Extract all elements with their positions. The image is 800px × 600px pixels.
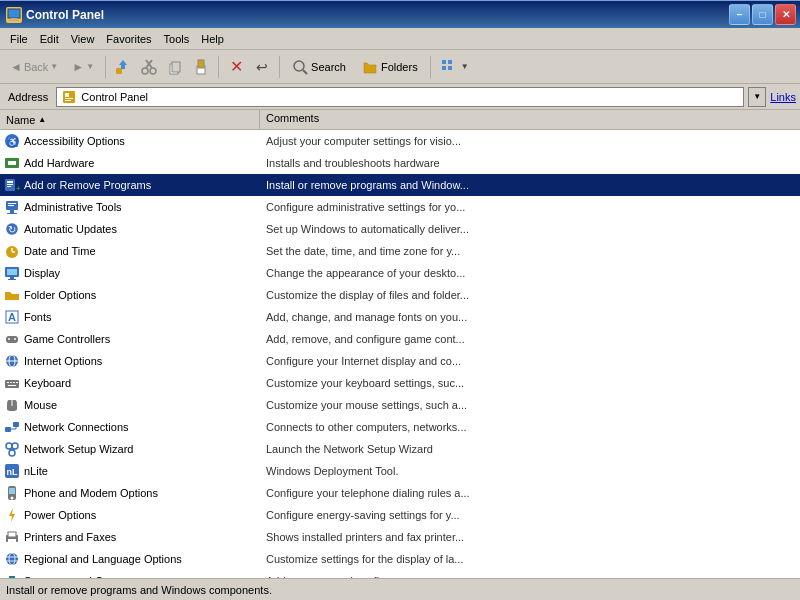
- address-label: Address: [4, 91, 52, 103]
- list-item[interactable]: Network Setup WizardLaunch the Network S…: [0, 438, 800, 460]
- close-button[interactable]: ✕: [775, 4, 796, 25]
- status-text: Install or remove programs and Windows c…: [6, 584, 272, 596]
- copy-button[interactable]: [163, 55, 187, 79]
- svg-line-71: [12, 449, 15, 450]
- list-item[interactable]: +Add or Remove ProgramsInstall or remove…: [0, 174, 800, 196]
- search-button[interactable]: Search: [285, 55, 353, 79]
- undo-button[interactable]: ↩: [250, 55, 274, 79]
- menu-item-view[interactable]: View: [65, 31, 101, 47]
- svg-rect-30: [7, 181, 13, 183]
- svg-rect-31: [7, 184, 13, 185]
- list-item[interactable]: ♿Accessibility OptionsAdjust your comput…: [0, 130, 800, 152]
- list-item[interactable]: ↻Automatic UpdatesSet up Windows to auto…: [0, 218, 800, 240]
- item-icon: ↻: [4, 221, 20, 237]
- item-comment: Adjust your computer settings for visio.…: [260, 133, 800, 149]
- svg-rect-28: [8, 161, 16, 165]
- item-name: nLite: [24, 465, 48, 477]
- list-item[interactable]: KeyboardCustomize your keyboard settings…: [0, 372, 800, 394]
- svg-rect-22: [65, 93, 69, 97]
- links-button[interactable]: Links: [770, 91, 796, 103]
- item-comment: Configure administrative settings for yo…: [260, 199, 800, 215]
- svg-point-15: [294, 61, 304, 71]
- item-icon: [4, 287, 20, 303]
- list-item[interactable]: AFontsAdd, change, and manage fonts on y…: [0, 306, 800, 328]
- list-item[interactable]: Date and TimeSet the date, time, and tim…: [0, 240, 800, 262]
- svg-point-52: [14, 338, 16, 340]
- svg-text:+: +: [16, 184, 20, 193]
- item-icon: [4, 441, 20, 457]
- list-item[interactable]: Network ConnectionsConnects to other com…: [0, 416, 800, 438]
- back-button[interactable]: ◄ Back ▼: [4, 56, 64, 78]
- svg-text:nL: nL: [7, 467, 18, 477]
- delete-button[interactable]: ✕: [224, 55, 248, 79]
- cut-button[interactable]: [137, 55, 161, 79]
- list-item[interactable]: DisplayChange the appearance of your des…: [0, 262, 800, 284]
- maximize-button[interactable]: □: [752, 4, 773, 25]
- toolbar-separator-4: [430, 56, 431, 78]
- item-icon: [4, 243, 20, 259]
- svg-point-9: [142, 68, 148, 74]
- list-item[interactable]: Power OptionsConfigure energy-saving set…: [0, 504, 800, 526]
- list-item[interactable]: Internet OptionsConfigure your Internet …: [0, 350, 800, 372]
- menu-bar: FileEditViewFavoritesToolsHelp: [0, 28, 800, 50]
- list-item[interactable]: Scanners and CamerasAdd, remove, and con…: [0, 570, 800, 578]
- window-controls: – □ ✕: [729, 4, 796, 25]
- svg-rect-56: [5, 380, 19, 388]
- svg-point-81: [6, 553, 18, 565]
- item-comment: Add, remove, and configure game cont...: [260, 331, 800, 347]
- item-icon: [4, 199, 20, 215]
- status-bar: Install or remove programs and Windows c…: [0, 578, 800, 600]
- list-item[interactable]: Game ControllersAdd, remove, and configu…: [0, 328, 800, 350]
- svg-rect-57: [7, 382, 9, 383]
- list-item[interactable]: Phone and Modem OptionsConfigure your te…: [0, 482, 800, 504]
- menu-item-tools[interactable]: Tools: [158, 31, 196, 47]
- comments-column-header[interactable]: Comments: [260, 110, 800, 129]
- svg-point-10: [150, 68, 156, 74]
- toolbar-separator-2: [218, 56, 219, 78]
- up-button[interactable]: [111, 55, 135, 79]
- svg-rect-38: [7, 213, 17, 214]
- menu-item-edit[interactable]: Edit: [34, 31, 65, 47]
- svg-rect-35: [8, 203, 16, 204]
- svg-rect-19: [448, 60, 452, 64]
- address-value: Control Panel: [81, 91, 148, 103]
- svg-rect-32: [7, 186, 11, 187]
- menu-item-help[interactable]: Help: [195, 31, 230, 47]
- toolbar: ◄ Back ▼ ► ▼ ✕ ↩: [0, 50, 800, 84]
- svg-rect-76: [9, 488, 15, 494]
- svg-rect-87: [9, 576, 15, 578]
- menu-item-file[interactable]: File: [4, 31, 34, 47]
- list-item[interactable]: MouseCustomize your mouse settings, such…: [0, 394, 800, 416]
- svg-text:♿: ♿: [7, 136, 19, 148]
- item-comment: Add, remove, and configure scanners a...: [260, 573, 800, 578]
- item-name: Printers and Faxes: [24, 531, 116, 543]
- item-comment: Customize your mouse settings, such a...: [260, 397, 800, 413]
- item-comment: Set up Windows to automatically deliver.…: [260, 221, 800, 237]
- address-field[interactable]: Control Panel: [56, 87, 744, 107]
- item-comment: Customize your keyboard settings, suc...: [260, 375, 800, 391]
- list-item[interactable]: Add HardwareInstalls and troubleshoots h…: [0, 152, 800, 174]
- list-item[interactable]: nLnLiteWindows Deployment Tool.: [0, 460, 800, 482]
- svg-rect-20: [448, 66, 452, 70]
- list-item[interactable]: Folder OptionsCustomize the display of f…: [0, 284, 800, 306]
- svg-line-16: [303, 70, 307, 74]
- svg-rect-17: [442, 60, 446, 64]
- forward-button[interactable]: ► ▼: [66, 56, 100, 78]
- minimize-button[interactable]: –: [729, 4, 750, 25]
- item-name: Internet Options: [24, 355, 102, 367]
- svg-point-69: [9, 450, 15, 456]
- views-button[interactable]: ▼: [436, 54, 474, 80]
- list-item[interactable]: Administrative ToolsConfigure administra…: [0, 196, 800, 218]
- name-column-header[interactable]: Name ▲: [0, 110, 260, 129]
- paste-button[interactable]: [189, 55, 213, 79]
- list-item[interactable]: Regional and Language OptionsCustomize s…: [0, 548, 800, 570]
- svg-point-75: [11, 497, 14, 500]
- svg-rect-14: [198, 60, 204, 68]
- items-list[interactable]: ♿Accessibility OptionsAdjust your comput…: [0, 130, 800, 578]
- item-name: Folder Options: [24, 289, 96, 301]
- folders-button[interactable]: Folders: [355, 55, 425, 79]
- address-dropdown[interactable]: ▼: [748, 87, 766, 107]
- menu-item-favorites[interactable]: Favorites: [100, 31, 157, 47]
- list-item[interactable]: Printers and FaxesShows installed printe…: [0, 526, 800, 548]
- item-name: Accessibility Options: [24, 135, 125, 147]
